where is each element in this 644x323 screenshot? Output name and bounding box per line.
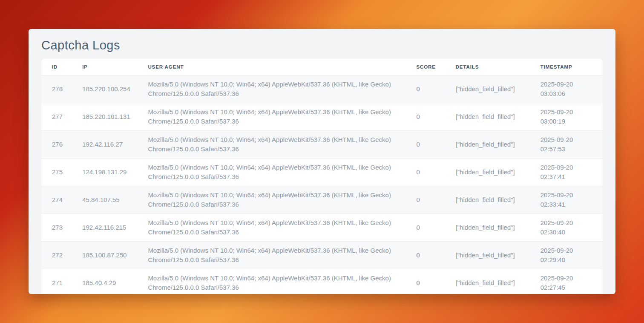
cell-user-agent: Mozilla/5.0 (Windows NT 10.0; Win64; x64… [137, 158, 405, 186]
cell-timestamp: 2025-09-20 02:33:41 [530, 186, 603, 213]
cell-ip: 185.220.100.254 [72, 75, 137, 103]
captcha-logs-card: Captcha Logs ID IP USER AGENT SCORE DETA… [29, 29, 615, 294]
column-header-score: SCORE [405, 59, 445, 75]
table-row: 274 45.84.107.55 Mozilla/5.0 (Windows NT… [41, 186, 603, 213]
cell-timestamp: 2025-09-20 02:29:40 [530, 241, 603, 269]
cell-timestamp: 2025-09-20 02:37:41 [530, 158, 603, 186]
cell-user-agent: Mozilla/5.0 (Windows NT 10.0; Win64; x64… [137, 269, 405, 294]
cell-timestamp: 2025-09-20 03:03:06 [530, 75, 603, 103]
table-row: 273 192.42.116.215 Mozilla/5.0 (Windows … [41, 213, 603, 241]
cell-ip: 192.42.116.215 [72, 213, 137, 241]
cell-score: 0 [405, 213, 445, 241]
cell-id: 278 [41, 75, 72, 103]
cell-timestamp: 2025-09-20 03:00:19 [530, 103, 603, 130]
page-title: Captcha Logs [41, 38, 603, 52]
cell-user-agent: Mozilla/5.0 (Windows NT 10.0; Win64; x64… [137, 213, 405, 241]
cell-details: ["hidden_field_filled"] [445, 213, 530, 241]
table-row: 277 185.220.101.131 Mozilla/5.0 (Windows… [41, 103, 603, 130]
cell-id: 277 [41, 103, 72, 130]
cell-id: 272 [41, 241, 72, 269]
background-gradient: Captcha Logs ID IP USER AGENT SCORE DETA… [0, 0, 644, 323]
cell-ip: 45.84.107.55 [72, 186, 137, 213]
captcha-logs-table: ID IP USER AGENT SCORE DETAILS TIMESTAMP… [41, 59, 603, 294]
cell-details: ["hidden_field_filled"] [445, 158, 530, 186]
cell-ip: 185.100.87.250 [72, 241, 137, 269]
cell-id: 274 [41, 186, 72, 213]
cell-id: 275 [41, 158, 72, 186]
cell-details: ["hidden_field_filled"] [445, 241, 530, 269]
cell-ip: 185.40.4.29 [72, 269, 137, 294]
cell-score: 0 [405, 75, 445, 103]
cell-score: 0 [405, 186, 445, 213]
cell-score: 0 [405, 241, 445, 269]
cell-timestamp: 2025-09-20 02:57:53 [530, 130, 603, 158]
table-row: 276 192.42.116.27 Mozilla/5.0 (Windows N… [41, 130, 603, 158]
cell-ip: 185.220.101.131 [72, 103, 137, 130]
column-header-timestamp: TIMESTAMP [530, 59, 603, 75]
cell-user-agent: Mozilla/5.0 (Windows NT 10.0; Win64; x64… [137, 186, 405, 213]
cell-details: ["hidden_field_filled"] [445, 269, 530, 294]
cell-details: ["hidden_field_filled"] [445, 75, 530, 103]
cell-score: 0 [405, 269, 445, 294]
cell-score: 0 [405, 130, 445, 158]
cell-user-agent: Mozilla/5.0 (Windows NT 10.0; Win64; x64… [137, 130, 405, 158]
cell-details: ["hidden_field_filled"] [445, 103, 530, 130]
column-header-id: ID [41, 59, 72, 75]
cell-timestamp: 2025-09-20 02:30:40 [530, 213, 603, 241]
cell-id: 271 [41, 269, 72, 294]
cell-details: ["hidden_field_filled"] [445, 130, 530, 158]
cell-user-agent: Mozilla/5.0 (Windows NT 10.0; Win64; x64… [137, 103, 405, 130]
cell-timestamp: 2025-09-20 02:27:45 [530, 269, 603, 294]
table-row: 272 185.100.87.250 Mozilla/5.0 (Windows … [41, 241, 603, 269]
cell-user-agent: Mozilla/5.0 (Windows NT 10.0; Win64; x64… [137, 241, 405, 269]
cell-ip: 192.42.116.27 [72, 130, 137, 158]
cell-details: ["hidden_field_filled"] [445, 186, 530, 213]
table-row: 275 124.198.131.29 Mozilla/5.0 (Windows … [41, 158, 603, 186]
cell-id: 276 [41, 130, 72, 158]
cell-ip: 124.198.131.29 [72, 158, 137, 186]
cell-user-agent: Mozilla/5.0 (Windows NT 10.0; Win64; x64… [137, 75, 405, 103]
table-header-row: ID IP USER AGENT SCORE DETAILS TIMESTAMP [41, 59, 603, 75]
table-row: 278 185.220.100.254 Mozilla/5.0 (Windows… [41, 75, 603, 103]
cell-score: 0 [405, 158, 445, 186]
column-header-useragent: USER AGENT [137, 59, 405, 75]
table-row: 271 185.40.4.29 Mozilla/5.0 (Windows NT … [41, 269, 603, 294]
captcha-logs-table-container: ID IP USER AGENT SCORE DETAILS TIMESTAMP… [41, 59, 603, 294]
cell-id: 273 [41, 213, 72, 241]
column-header-details: DETAILS [445, 59, 530, 75]
column-header-ip: IP [72, 59, 137, 75]
cell-score: 0 [405, 103, 445, 130]
